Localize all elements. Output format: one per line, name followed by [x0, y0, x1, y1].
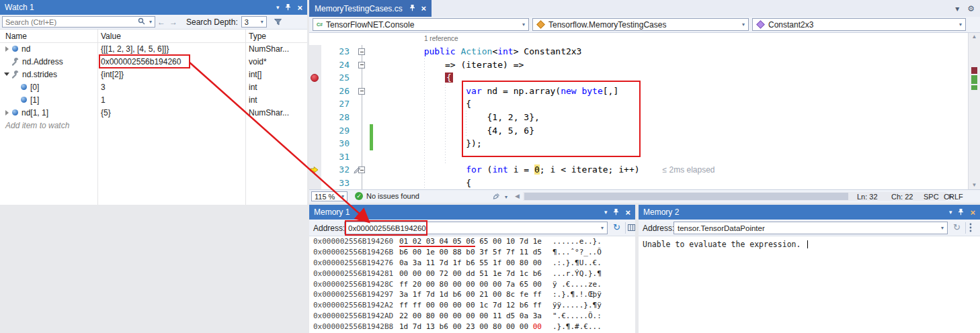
memory-row[interactable]: 0x000002556B19428100 00 00 72 00 dd 51 1… [309, 269, 635, 279]
watch-row[interactable]: nd[1, 1]{5}NumShar... [0, 106, 307, 119]
code-text[interactable]: { [373, 177, 968, 189]
code-line[interactable]: 30 }); [309, 137, 968, 150]
status-spaces[interactable]: SPC [924, 193, 939, 201]
code-line[interactable]: 33 { [309, 177, 968, 189]
breakpoint-margin[interactable] [309, 150, 321, 164]
refresh-icon[interactable]: ↻ [953, 222, 961, 232]
add-watch-item-row[interactable]: Add item to watch [0, 119, 307, 132]
fold-margin[interactable] [355, 45, 370, 58]
type-dropdown[interactable]: Tensorflow.MemoryTestingCases ▾ [532, 18, 749, 31]
memory2-titlebar[interactable]: Memory 2 ▾ × [639, 205, 980, 220]
status-line-ending[interactable]: CRLF [944, 193, 963, 201]
code-line[interactable]: 27 { [309, 97, 968, 111]
breakpoint-margin[interactable] [309, 111, 321, 124]
watch-value-cell[interactable]: 0x000002556b194260 [97, 57, 245, 66]
code-text[interactable]: {1, 2, 3}, [373, 111, 968, 124]
code-text[interactable]: }); [373, 137, 968, 150]
memory-row[interactable]: 0x000002556B1942B81d 7d 13 b6 00 23 00 8… [309, 322, 635, 332]
close-icon[interactable]: × [970, 208, 975, 217]
breakpoint-margin[interactable] [309, 85, 321, 98]
memory1-grid[interactable]: 0x000002556B19426001 02 03 04 05 06 65 0… [309, 236, 635, 333]
fold-margin[interactable] [355, 71, 370, 85]
code-line[interactable]: 23 public Action<int> Constant2x3 [309, 45, 968, 58]
breakpoint-margin[interactable] [309, 124, 321, 138]
collapse-toggle-icon[interactable] [358, 88, 365, 95]
breakpoint-margin[interactable] [309, 45, 321, 58]
breakpoint-margin[interactable] [309, 177, 321, 189]
hscroll-thumb[interactable] [524, 193, 848, 200]
expander-expanded-icon[interactable] [3, 73, 11, 76]
code-text[interactable]: for (int i = 0; i < iterate; i++)≤ 2ms e… [373, 163, 968, 177]
pin-icon[interactable] [958, 208, 964, 217]
column-header-value[interactable]: Value [101, 32, 121, 41]
search-icon[interactable] [138, 17, 145, 26]
code-text[interactable]: { [373, 97, 968, 111]
tab-memorytestingcases[interactable]: MemoryTestingCases.cs × [309, 0, 432, 17]
collapse-toggle-icon[interactable] [358, 48, 365, 55]
fold-margin[interactable] [355, 124, 370, 138]
column-divider[interactable] [97, 30, 98, 205]
status-line[interactable]: Ln: 32 [857, 193, 878, 201]
tab-list-chevron-icon[interactable]: ▾ [955, 4, 959, 13]
codelens-references[interactable]: 1 reference [424, 35, 458, 42]
memory-row[interactable]: 0x000002556B19428Cff 20 00 80 00 00 00 0… [309, 279, 635, 290]
pin-icon[interactable] [613, 208, 619, 217]
column-header-name[interactable]: Name [5, 32, 27, 41]
memory-row[interactable]: 0x000002556B19426001 02 03 04 05 06 65 0… [309, 236, 635, 247]
watch-value-cell[interactable]: 3 [97, 83, 245, 92]
code-text[interactable]: var nd = np.array(new byte[,] [373, 85, 968, 98]
document-health-indicator[interactable]: ✓ No issues found [355, 192, 419, 200]
fold-margin[interactable] [355, 137, 370, 150]
scroll-up-icon[interactable]: ▲ [969, 34, 980, 40]
watch-row[interactable]: [1]1int [0, 93, 307, 106]
breakpoint-margin[interactable] [309, 137, 321, 150]
column-header-type[interactable]: Type [249, 32, 266, 41]
code-text[interactable]: { [373, 71, 968, 85]
breakpoint-icon[interactable] [311, 74, 319, 82]
code-line[interactable]: 24 => (iterate) => [309, 58, 968, 72]
watch-value-cell[interactable]: {int[2]} [97, 70, 245, 79]
watch-value-cell[interactable]: 1 [97, 95, 245, 105]
memory1-address-input[interactable]: 0x000002556B194260 ▾ [344, 222, 608, 234]
fold-margin[interactable] [355, 97, 370, 111]
memory-row[interactable]: 0x000002556B1942760a 3a 11 7d 1f b6 55 1… [309, 258, 635, 269]
vertical-scrollbar[interactable]: ▲ ▼ [968, 33, 980, 189]
memory-row[interactable]: 0x000002556B1942A2ff ff 00 00 00 00 1c 7… [309, 300, 635, 311]
code-text[interactable]: {4, 5, 6} [373, 124, 968, 138]
hscroll-left-icon[interactable]: ◀ [515, 193, 520, 199]
gear-icon[interactable]: ⚙ [967, 4, 975, 13]
fold-margin[interactable] [355, 150, 370, 164]
fold-margin[interactable] [355, 85, 370, 98]
tab-close-icon[interactable]: × [421, 4, 426, 13]
window-position-icon[interactable]: ▾ [604, 209, 608, 216]
code-text[interactable] [373, 150, 968, 164]
memory-row[interactable]: 0x000002556B1942AD22 00 80 00 00 00 00 1… [309, 311, 635, 322]
code-line[interactable]: 31 [309, 150, 968, 164]
search-options-chevron-icon[interactable]: ▾ [147, 19, 152, 25]
fold-margin[interactable] [355, 177, 370, 189]
memory2-address-input[interactable]: tensor.TensorDataPointer ▾ [673, 222, 948, 234]
watch-value-cell[interactable]: {[[1, 2, 3], [4, 5, 6]]} [97, 44, 245, 54]
watch-row[interactable]: nd{[[1, 2, 3], [4, 5, 6]]}NumShar... [0, 42, 307, 55]
column-divider[interactable] [245, 30, 246, 205]
watch-row[interactable]: nd.strides{int[2]}int[] [0, 68, 307, 81]
breakpoint-margin[interactable] [309, 163, 321, 177]
memory1-titlebar[interactable]: Memory 1 ▾ × [309, 205, 635, 220]
breakpoint-margin[interactable] [309, 58, 321, 72]
zoom-select[interactable]: 115 % ▾ [311, 191, 348, 201]
search-next-icon[interactable]: → [169, 17, 177, 27]
search-depth-select[interactable]: 3 ▾ [241, 16, 267, 28]
member-dropdown[interactable]: Constant2x3 ▾ [752, 18, 966, 31]
close-icon[interactable]: × [625, 208, 630, 217]
code-line[interactable]: 32 for (int i = 0; i < iterate; i++)≤ 2m… [309, 163, 968, 177]
horizontal-scrollbar[interactable] [523, 192, 946, 201]
code-line[interactable]: 26 var nd = np.array(new byte[,] [309, 85, 968, 98]
code-text[interactable]: public Action<int> Constant2x3 [373, 45, 968, 58]
code-line[interactable]: 25 { [309, 71, 968, 85]
scroll-down-icon[interactable]: ▼ [969, 182, 980, 189]
close-icon[interactable]: × [297, 3, 302, 12]
memory2-content[interactable]: Unable to evaluate the expression. [639, 236, 980, 333]
filter-icon[interactable] [274, 18, 282, 26]
overflow-icon[interactable] [969, 223, 972, 232]
window-position-icon[interactable]: ▾ [949, 209, 952, 216]
